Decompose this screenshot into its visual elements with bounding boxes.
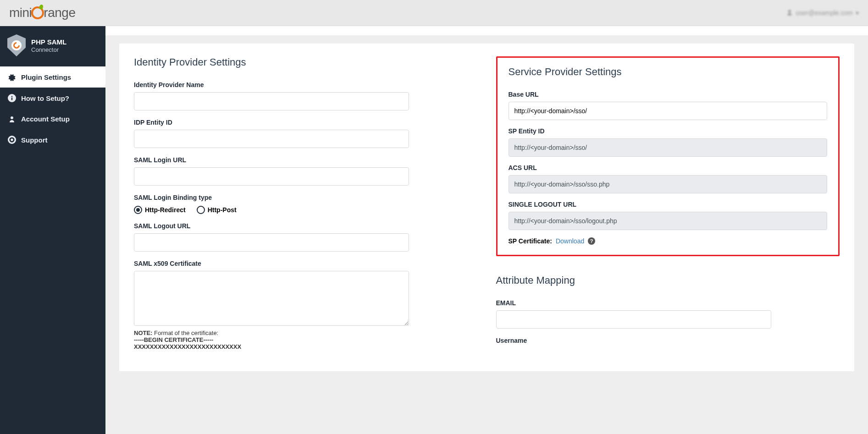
help-icon[interactable]: ?: [588, 237, 595, 245]
main-content: Identity Provider Settings Identity Prov…: [105, 26, 868, 434]
slo-url-input[interactable]: [509, 212, 828, 230]
note-text: Format of the certificate:: [152, 330, 218, 336]
download-link[interactable]: Download: [556, 237, 584, 245]
base-url-input[interactable]: [509, 102, 828, 120]
acs-url-label: ACS URL: [509, 164, 828, 171]
sp-entity-input[interactable]: [509, 138, 828, 157]
radio-label: Http-Redirect: [145, 206, 186, 214]
sp-settings-box: Service Provider Settings Base URL SP En…: [496, 56, 840, 256]
sp-cert-label: SP Certificate:: [509, 237, 552, 245]
base-url-label: Base URL: [509, 91, 828, 98]
sp-entity-label: SP Entity ID: [509, 127, 828, 135]
sidebar-subtitle: Connector: [31, 46, 66, 53]
user-menu[interactable]: user@example.com ▾: [786, 9, 859, 17]
saml-logout-url-input[interactable]: [134, 233, 409, 252]
user-text: user@example.com: [796, 9, 853, 16]
idp-name-input[interactable]: [134, 92, 409, 110]
radio-label: Http-Post: [208, 206, 237, 214]
shield-icon: [7, 34, 26, 56]
email-input[interactable]: [496, 310, 771, 329]
x509-cert-textarea[interactable]: [134, 271, 409, 326]
sidebar: PHP SAML Connector Plugin Settings How t…: [0, 26, 105, 434]
slo-url-label: SINGLE LOGOUT URL: [509, 201, 828, 208]
acs-url-input[interactable]: [509, 175, 828, 193]
logo: minirange: [9, 5, 75, 20]
logo-suffix: range: [44, 5, 75, 20]
logo-o-icon: [31, 6, 44, 19]
sp-title: Service Provider Settings: [509, 66, 828, 78]
x509-cert-label: SAML x509 Certificate: [134, 260, 409, 267]
nav-label: Account Setup: [21, 115, 70, 123]
idp-entity-input[interactable]: [134, 130, 409, 148]
saml-logout-url-label: SAML Logout URL: [134, 222, 409, 230]
email-label: EMAIL: [496, 299, 771, 307]
nav-label: Plugin Settings: [21, 73, 71, 81]
radio-unchecked-icon: [197, 206, 205, 214]
radio-checked-icon: [134, 206, 142, 214]
nav-how-to-setup[interactable]: How to Setup?: [0, 88, 105, 109]
saml-login-url-input[interactable]: [134, 167, 409, 186]
nav-label: How to Setup?: [21, 94, 69, 102]
idp-title: Identity Provider Settings: [134, 56, 478, 68]
user-icon: [786, 9, 793, 17]
user-icon: [7, 115, 17, 123]
username-label: Username: [496, 337, 771, 344]
nav-support[interactable]: Support: [0, 129, 105, 150]
nav-plugin-settings[interactable]: Plugin Settings: [0, 66, 105, 88]
attr-title: Attribute Mapping: [496, 275, 840, 286]
gear-icon: [7, 73, 17, 81]
cert-sample: XXXXXXXXXXXXXXXXXXXXXXXXXXX: [134, 343, 409, 350]
logo-prefix: mini: [9, 5, 32, 20]
idp-name-label: Identity Provider Name: [134, 81, 409, 88]
cert-begin: -----BEGIN CERTIFICATE-----: [134, 336, 409, 343]
sidebar-title: PHP SAML: [31, 38, 66, 47]
caret-down-icon: ▾: [856, 9, 859, 16]
top-header: minirange user@example.com ▾: [0, 0, 868, 26]
note-label: NOTE:: [134, 330, 152, 336]
nav-label: Support: [21, 136, 48, 144]
saml-login-url-label: SAML Login URL: [134, 156, 409, 164]
life-ring-icon: [7, 136, 17, 144]
binding-type-label: SAML Login Binding type: [134, 194, 409, 201]
cert-note: NOTE: Format of the certificate:: [134, 330, 409, 336]
sidebar-header: PHP SAML Connector: [0, 26, 105, 66]
radio-http-post[interactable]: Http-Post: [197, 206, 237, 214]
info-icon: [7, 94, 17, 102]
nav-account-setup[interactable]: Account Setup: [0, 109, 105, 129]
radio-http-redirect[interactable]: Http-Redirect: [134, 206, 186, 214]
idp-entity-label: IDP Entity ID: [134, 119, 409, 126]
